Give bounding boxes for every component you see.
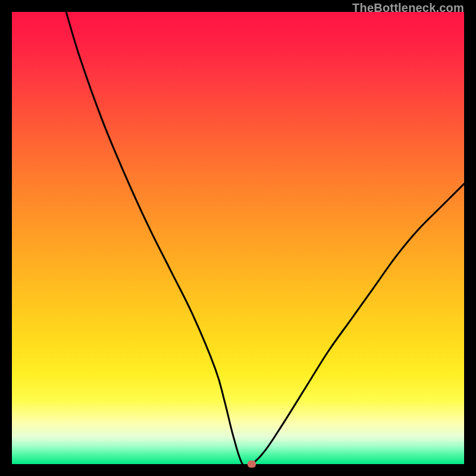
line-series	[66, 12, 464, 464]
plot-area	[12, 12, 464, 464]
chart-curve	[12, 12, 464, 464]
watermark-text: TheBottleneck.com	[352, 1, 464, 15]
optimum-marker	[248, 461, 256, 468]
